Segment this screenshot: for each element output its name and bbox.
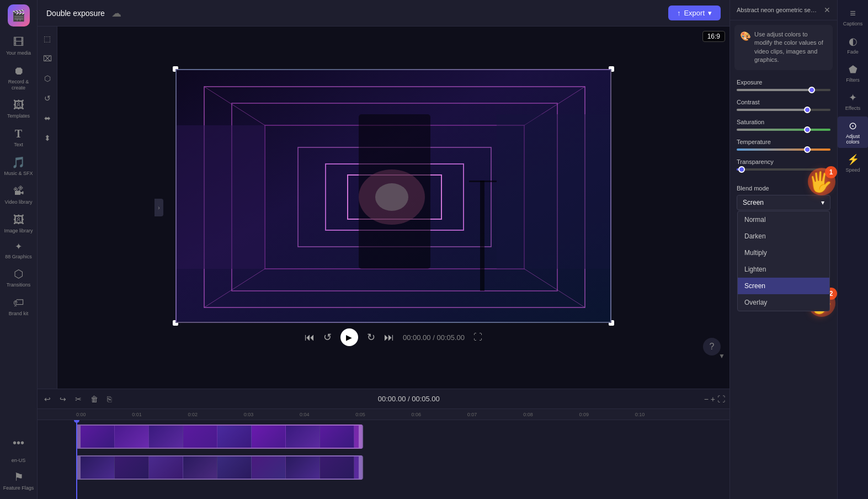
far-right-effects[interactable]: ✦ Effects bbox=[838, 88, 868, 114]
exposure-label: Exposure bbox=[737, 79, 830, 86]
ruler-mark: 0:00 bbox=[76, 412, 132, 417]
timeline: ↩ ↪ ✂ 🗑 ⎘ 00:00.00 / 00:05.00 − + ⛶ bbox=[38, 389, 729, 499]
blend-option-screen[interactable]: Screen bbox=[738, 278, 829, 294]
clip-resize-right-2[interactable] bbox=[359, 456, 362, 479]
flip-horizontal-tool[interactable]: ⬌ bbox=[40, 110, 55, 126]
app-container: 🎬 🎞 Your media ⏺ Record &create 🖼 Templa… bbox=[0, 0, 868, 499]
sidebar-item-more[interactable]: ••• bbox=[0, 433, 37, 454]
zoom-out-button[interactable]: − bbox=[704, 395, 709, 404]
clip-thumb bbox=[217, 456, 252, 479]
redo-button[interactable]: ↪ bbox=[57, 394, 68, 405]
clip-thumb bbox=[183, 426, 217, 448]
ruler-mark: 0:08 bbox=[523, 412, 579, 417]
temperature-label: Temperature bbox=[737, 139, 830, 145]
blend-option-overlay[interactable]: Overlay bbox=[738, 294, 829, 311]
blend-option-normal[interactable]: Normal bbox=[738, 211, 829, 228]
svg-rect-15 bbox=[497, 114, 610, 269]
sidebar-item-feature-flags[interactable]: ⚑ Feature Flags bbox=[0, 467, 37, 495]
blend-option-lighten[interactable]: Lighten bbox=[738, 261, 829, 278]
sidebar-item-transitions[interactable]: ⬡ Transitions bbox=[0, 264, 37, 291]
delete-button[interactable]: 🗑 bbox=[88, 394, 100, 405]
timeline-expand-button[interactable]: ⛶ bbox=[717, 395, 725, 404]
transitions-icon: ⬡ bbox=[14, 267, 23, 280]
your-media-icon: 🎞 bbox=[13, 35, 24, 49]
zoom-in-button[interactable]: + bbox=[711, 395, 715, 404]
far-right-adjust-colors[interactable]: ⊙ Adjust colors bbox=[838, 116, 868, 148]
clip-thumb bbox=[81, 426, 115, 448]
blend-mode-label: Blend mode bbox=[737, 185, 830, 192]
export-icon: ↑ bbox=[677, 9, 681, 17]
preview-container bbox=[175, 69, 611, 323]
ruler-mark: 0:06 bbox=[412, 412, 467, 417]
sidebar-item-brand-kit[interactable]: 🏷 Brand kit bbox=[0, 293, 37, 320]
timeline-toolbar: ↩ ↪ ✂ 🗑 ⎘ 00:00.00 / 00:05.00 − + ⛶ bbox=[38, 389, 729, 409]
playhead[interactable] bbox=[76, 420, 77, 499]
fullscreen-button[interactable]: ⛶ bbox=[473, 332, 482, 342]
crop-tool[interactable]: ⌧ bbox=[40, 51, 55, 66]
forward-button[interactable]: ↻ bbox=[367, 331, 375, 343]
zoom-controls: − + ⛶ bbox=[704, 395, 725, 404]
sidebar-item-image-library[interactable]: 🖼 Image library bbox=[0, 210, 37, 237]
copy-button[interactable]: ⎘ bbox=[105, 394, 114, 405]
undo-button[interactable]: ↩ bbox=[42, 394, 53, 405]
sidebar-item-music-sfx[interactable]: 🎵 Music & SFX bbox=[0, 152, 37, 180]
export-button[interactable]: ↑ Export ▾ bbox=[668, 6, 721, 20]
transparency-slider[interactable] bbox=[737, 168, 830, 171]
saturation-slider[interactable] bbox=[737, 129, 830, 131]
skip-forward-button[interactable]: ⏭ bbox=[384, 332, 394, 343]
mask-tool[interactable]: ⬡ bbox=[40, 71, 55, 86]
contrast-label: Contrast bbox=[737, 99, 830, 105]
skip-back-button[interactable]: ⏮ bbox=[305, 332, 315, 343]
far-right-fade[interactable]: ◐ Fade bbox=[838, 32, 868, 58]
align-tool[interactable]: ⬍ bbox=[40, 130, 55, 146]
clip-thumb bbox=[252, 426, 286, 448]
contrast-slider[interactable] bbox=[737, 109, 830, 111]
sidebar-item-graphics[interactable]: ✦ 88 Graphics bbox=[0, 238, 37, 263]
track-1-clip[interactable] bbox=[76, 424, 363, 449]
clip-resize-right[interactable] bbox=[359, 426, 362, 448]
clip-thumbnails-2 bbox=[81, 456, 354, 479]
sidebar-item-templates[interactable]: 🖼 Templates bbox=[0, 95, 37, 123]
track-1-content bbox=[76, 424, 729, 449]
rewind-button[interactable]: ↺ bbox=[323, 331, 332, 343]
more-icon: ••• bbox=[13, 436, 24, 449]
track-2-clip[interactable] bbox=[76, 455, 363, 480]
sidebar-item-lang[interactable]: en-US bbox=[0, 454, 37, 467]
svg-rect-14 bbox=[177, 125, 265, 269]
exposure-slider[interactable] bbox=[737, 89, 830, 91]
sidebar-item-your-media[interactable]: 🎞 Your media bbox=[0, 32, 37, 60]
rotate-tool[interactable]: ↺ bbox=[40, 91, 55, 106]
select-tool[interactable]: ⬚ bbox=[40, 31, 55, 46]
far-right-captions[interactable]: ≡ Captions bbox=[838, 4, 868, 30]
tip-box: 🎨 Use adjust colors to modify the color … bbox=[734, 25, 833, 70]
blend-mode-selector[interactable]: Screen ▾ Normal Darken Multiply Lighten bbox=[737, 195, 830, 210]
temperature-slider[interactable] bbox=[737, 148, 830, 151]
clip-thumb bbox=[286, 426, 320, 448]
sidebar-item-video-library[interactable]: 📽 Video library bbox=[0, 181, 37, 209]
record-icon: ⏺ bbox=[13, 64, 24, 77]
cut-button[interactable]: ✂ bbox=[73, 394, 84, 405]
cloud-save-icon: ☁ bbox=[111, 7, 121, 19]
blend-dropdown-arrow: ▾ bbox=[821, 199, 824, 206]
aspect-ratio-badge[interactable]: 16:9 bbox=[702, 31, 725, 42]
clip-thumb bbox=[149, 456, 183, 479]
sidebar-item-record-create[interactable]: ⏺ Record &create bbox=[0, 61, 37, 94]
text-icon: T bbox=[15, 127, 22, 140]
play-button[interactable]: ▶ bbox=[340, 328, 358, 346]
brand-kit-icon: 🏷 bbox=[13, 296, 24, 309]
timeline-tracks bbox=[38, 420, 729, 499]
blend-option-multiply[interactable]: Multiply bbox=[738, 245, 829, 261]
svg-rect-13 bbox=[359, 114, 430, 269]
fade-icon: ◐ bbox=[849, 35, 858, 47]
clip-thumb bbox=[149, 426, 183, 448]
expand-preview-button[interactable]: ▼ bbox=[718, 352, 725, 360]
far-right-speed[interactable]: ⚡ Speed bbox=[838, 150, 868, 176]
video-library-icon: 📽 bbox=[13, 184, 24, 198]
ruler-mark: 0:02 bbox=[188, 412, 244, 417]
sidebar-item-text[interactable]: T Text bbox=[0, 124, 37, 151]
collapse-panel-button[interactable]: › bbox=[155, 199, 163, 216]
close-panel-button[interactable]: ✕ bbox=[824, 6, 830, 14]
blend-option-darken[interactable]: Darken bbox=[738, 228, 829, 245]
far-right-filters[interactable]: ⬟ Filters bbox=[838, 60, 868, 86]
clip-thumb bbox=[320, 426, 354, 448]
